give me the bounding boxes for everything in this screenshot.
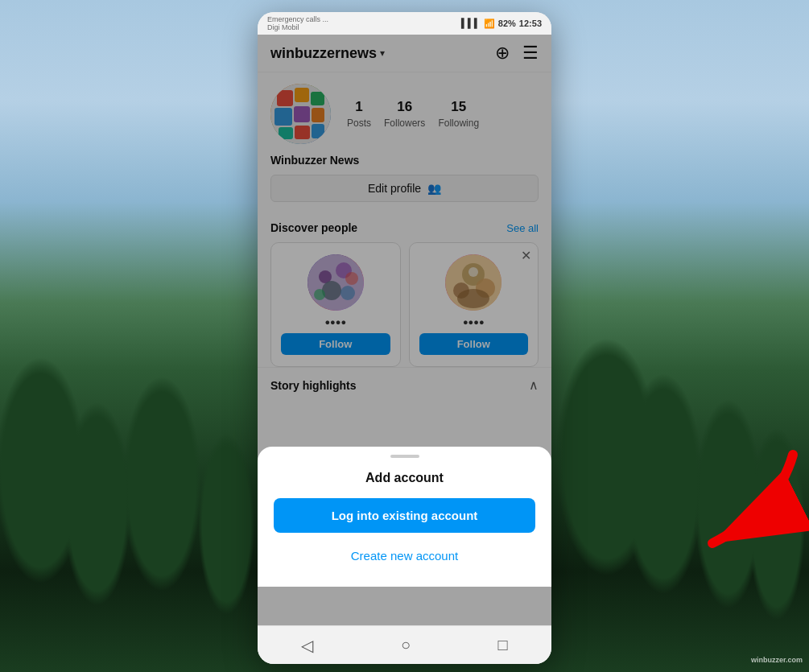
time-text: 12:53	[519, 19, 542, 28]
carrier-text: Digi Mobil	[267, 23, 328, 31]
android-nav: ◁ ○ □	[258, 625, 551, 664]
phone-frame: Emergency calls ... Digi Mobil ▍▍▍ 📶 82%…	[258, 12, 551, 664]
create-new-account-button[interactable]: Create new account	[274, 541, 535, 571]
sheet-title: Add account	[274, 471, 535, 485]
emergency-text: Emergency calls ...	[267, 15, 328, 23]
back-button[interactable]: ◁	[285, 629, 329, 662]
status-right: ▍▍▍ 📶 82% 12:53	[461, 19, 542, 29]
recents-button[interactable]: □	[482, 629, 524, 661]
signal-icon: ▍▍▍	[461, 19, 481, 29]
sheet-handle	[390, 455, 419, 458]
home-button[interactable]: ○	[385, 629, 427, 661]
log-into-existing-button[interactable]: Log into existing account	[274, 498, 535, 533]
battery-text: 82%	[498, 19, 516, 28]
watermark: winbuzzer.com	[751, 656, 803, 664]
status-bar: Emergency calls ... Digi Mobil ▍▍▍ 📶 82%…	[258, 12, 551, 35]
app-content: winbuzzernews ▾ ⊕ ☰	[258, 35, 551, 625]
wifi-icon: 📶	[484, 19, 495, 29]
status-left: Emergency calls ... Digi Mobil	[267, 15, 328, 31]
add-account-sheet: Add account Log into existing account Cr…	[258, 447, 551, 587]
